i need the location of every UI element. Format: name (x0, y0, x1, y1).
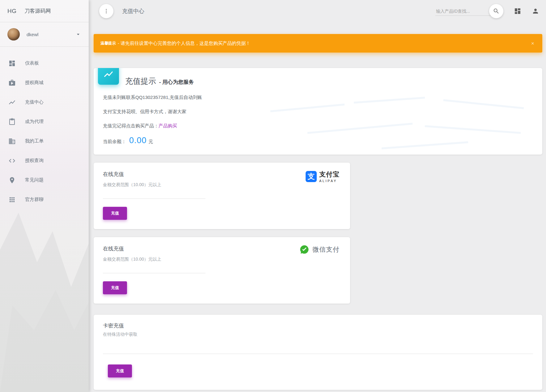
sidebar-item-tickets[interactable]: 我的工单 (0, 131, 89, 151)
brand-logo: HG (7, 8, 17, 15)
product-buy-link[interactable]: 产品购买 (159, 123, 177, 128)
recharge-tips-title: 充值提示 (125, 76, 156, 86)
sidebar-item-agent[interactable]: 成为代理 (0, 112, 89, 131)
building-icon (8, 138, 16, 145)
brand-name: 刀客源码网 (25, 7, 51, 15)
recharge-tips-subtitle: - 用心为您服务 (159, 79, 194, 86)
search-input[interactable] (435, 7, 492, 16)
sidebar-item-label: 充值中心 (25, 99, 44, 105)
code-icon (8, 157, 16, 164)
pay-card-subtitle: 金额交易范围（10.00）元以上 (103, 182, 341, 188)
sidebar: HG 刀客源码网 dkewl 仪表板 授权商城 充值中心 成为代理 (0, 0, 89, 392)
shop-icon (8, 79, 16, 87)
wechat-pay-name: 微信支付 (312, 245, 340, 254)
buy-line-prefix: 充值完记得点击购买产品： (103, 123, 159, 128)
sidebar-item-shop[interactable]: 授权商城 (0, 73, 89, 92)
dashboard-shortcut-icon[interactable] (514, 7, 521, 15)
clipboard-icon (8, 118, 16, 126)
trend-chart-icon (103, 69, 114, 79)
wechat-recharge-card: 在线充值 金额交易范围（10.00）元以上 充值 微信支付 (94, 237, 350, 304)
trend-chart-badge (98, 68, 119, 85)
balance-row: 当前余额： 0.00 元 (103, 136, 533, 145)
sidebar-item-label: 授权查询 (25, 158, 44, 164)
balance-label: 当前余额： (103, 139, 126, 145)
main-content: 充值中心 温馨提示 - 请先前往设置中心完善您的个人信息，这是您购买产品的凭据！… (89, 0, 546, 392)
trend-chart-icon (8, 99, 16, 106)
location-pin-icon (8, 177, 16, 184)
user-name: dkewl (27, 32, 75, 37)
alipay-logo: 支 支付宝 ALIPAY (306, 170, 340, 183)
top-bar: 充值中心 (89, 0, 546, 22)
cardkey-input[interactable] (103, 345, 533, 354)
sidebar-item-recharge[interactable]: 充值中心 (0, 92, 89, 112)
close-icon[interactable]: × (530, 40, 535, 47)
more-vert-icon (103, 8, 110, 15)
sidebar-item-label: 我的工单 (25, 138, 44, 144)
user-account-icon[interactable] (532, 7, 539, 15)
alipay-recharge-card: 在线充值 金额交易范围（10.00）元以上 充值 支 支付宝 ALIPAY (94, 163, 350, 229)
balance-value: 0.00 (129, 136, 147, 145)
pay-card-subtitle: 金额交易范围（10.00）元以上 (103, 257, 341, 262)
tip-line-qq: 充值未到账联系QQ1302357281,充值后自动到账 (103, 95, 533, 100)
alipay-sub: ALIPAY (319, 179, 340, 183)
pay-card-subtitle: 在特殊活动中获取 (103, 332, 533, 337)
sidebar-item-group-chat[interactable]: 官方群聊 (0, 190, 89, 209)
recharge-tips-title-row: 充值提示 - 用心为您服务 (103, 68, 533, 86)
user-menu[interactable]: dkewl (0, 22, 89, 47)
banner-bold-label: 温馨提示 (100, 41, 116, 46)
topbar-actions (435, 4, 539, 18)
sidebar-item-label: 官方群聊 (25, 197, 44, 202)
search-button[interactable] (489, 4, 503, 18)
recharge-button[interactable]: 充值 (103, 207, 127, 220)
balance-unit: 元 (149, 139, 153, 145)
menu-kebab-button[interactable] (99, 4, 113, 18)
pay-card-title: 卡密充值 (103, 322, 533, 329)
amount-input[interactable] (103, 264, 205, 273)
page-title: 充值中心 (122, 7, 144, 15)
alipay-name: 支付宝 (319, 170, 340, 179)
recharge-tips-card: 充值提示 - 用心为您服务 充值未到账联系QQ1302357281,充值后自动到… (94, 68, 542, 155)
sidebar-item-license-query[interactable]: 授权查询 (0, 151, 89, 170)
recharge-button[interactable]: 充值 (103, 281, 127, 294)
wechat-pay-logo: 微信支付 (299, 245, 340, 254)
sidebar-item-dashboard[interactable]: 仪表板 (0, 53, 89, 73)
sidebar-item-label: 仪表板 (25, 60, 39, 66)
sidebar-item-label: 成为代理 (25, 119, 44, 125)
alipay-icon: 支 (306, 171, 317, 182)
sidebar-menu: 仪表板 授权商城 充值中心 成为代理 我的工单 授权查询 (0, 47, 89, 209)
sidebar-item-label: 常见问题 (25, 177, 44, 183)
wechat-icon (299, 245, 309, 254)
amount-input[interactable] (103, 190, 205, 199)
sidebar-item-label: 授权商城 (25, 80, 44, 86)
search-icon (493, 8, 500, 15)
notice-banner: 温馨提示 - 请先前往设置中心完善您的个人信息，这是您购买产品的凭据！ × (94, 34, 542, 53)
chevron-down-icon (75, 31, 81, 37)
apps-grid-icon (8, 196, 16, 203)
dashboard-icon (8, 60, 16, 67)
avatar (7, 28, 20, 40)
banner-text: - 请先前往设置中心完善您的个人信息，这是您购买产品的凭据！ (118, 40, 530, 46)
pay-card-title: 在线充值 (103, 171, 341, 178)
tip-line-alipay-methods: 支付宝支持花呗、信用卡方式，谢谢大家 (103, 109, 533, 115)
recharge-button[interactable]: 充值 (108, 364, 132, 377)
tip-line-buy: 充值完记得点击购买产品：产品购买 (103, 123, 533, 129)
sidebar-item-faq[interactable]: 常见问题 (0, 170, 89, 190)
brand-header: HG 刀客源码网 (0, 0, 89, 22)
cardkey-recharge-card: 卡密充值 在特殊活动中获取 充值 (94, 315, 542, 390)
